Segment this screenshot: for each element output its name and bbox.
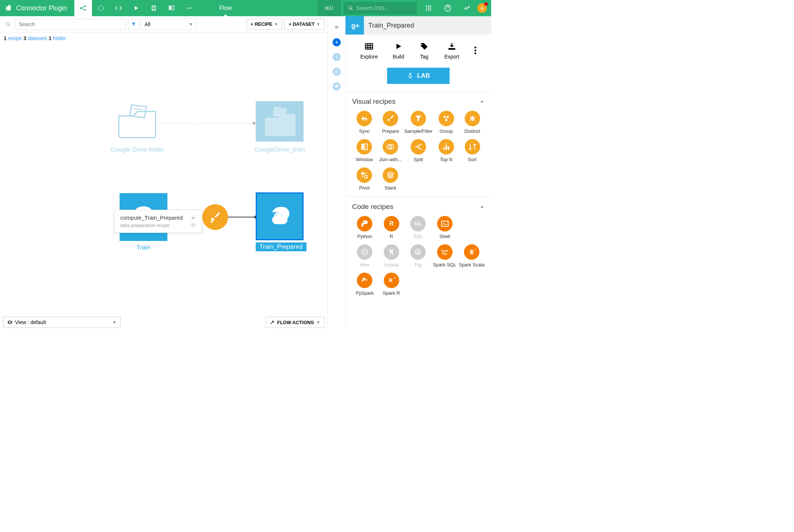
nav-dashboard-icon[interactable]	[163, 0, 180, 16]
recipe-spark-sql[interactable]: SparkSQLSpark SQL	[432, 244, 457, 267]
export-action[interactable]: Export	[444, 41, 459, 60]
recipe-sample-filter[interactable]: Sample/Filter	[404, 111, 433, 134]
project-title[interactable]: Connector Plugin	[16, 4, 74, 12]
lab-button[interactable]: LAB	[387, 68, 450, 84]
recipe-icon	[357, 139, 372, 155]
global-search-input[interactable]	[356, 5, 412, 11]
help-icon[interactable]	[439, 0, 457, 16]
eye-icon[interactable]	[190, 222, 196, 228]
recipe-icon: R+	[384, 273, 399, 288]
recipe-sort[interactable]: Sort	[460, 139, 485, 162]
code-recipes-header[interactable]: Code recipes	[352, 203, 485, 211]
recipe-label: Sample/Filter	[404, 128, 433, 134]
add-recipe-button[interactable]: + RECIPE ▼	[247, 19, 283, 30]
panel-tab-comment[interactable]	[333, 82, 341, 91]
filter-type-select[interactable]: All ▼	[141, 19, 196, 30]
workspace-badge[interactable]: IKU	[318, 0, 341, 16]
flow-node-dataset-gdrive[interactable]: GoogleDrive_train	[254, 101, 305, 153]
tag-action[interactable]: Tag	[419, 41, 429, 60]
panel-more-icon[interactable]	[474, 41, 476, 60]
recipe-pyspark[interactable]: PySpark	[352, 273, 377, 296]
recipe-spark-scala[interactable]: +Spark Scala	[459, 244, 485, 267]
global-search[interactable]	[344, 2, 417, 14]
flow-node-dataset-prepared[interactable]: g+ Train_Prepared	[256, 192, 306, 251]
recipe-window[interactable]: Window	[352, 139, 377, 162]
eye-icon	[7, 319, 13, 325]
svg-rect-37	[335, 72, 338, 72]
recipe-sync[interactable]: Sync	[352, 111, 377, 134]
recipe-prepare[interactable]: Prepare	[378, 111, 403, 134]
add-dataset-button[interactable]: + DATASET ▼	[284, 19, 325, 30]
tooltip-subtitle: data preparation recipe	[120, 223, 170, 228]
svg-rect-35	[336, 57, 337, 58]
nav-more-icon[interactable]	[180, 0, 198, 16]
recipe-top-n[interactable]: Top N	[434, 139, 458, 162]
build-action[interactable]: Build	[393, 41, 404, 60]
recipe-shell[interactable]: Shell	[432, 216, 457, 239]
section-label[interactable]: Flow	[198, 0, 253, 16]
flow-node-folder[interactable]: Google Drive folder	[110, 101, 164, 153]
flow-node-recipe[interactable]	[202, 204, 228, 230]
svg-rect-21	[430, 10, 431, 11]
top-nav: Connector Plugin Flow IKU A	[0, 0, 491, 16]
chevron-down-icon: ▼	[274, 22, 279, 27]
collapse-panel-icon[interactable]	[332, 23, 341, 32]
recipe-count-link[interactable]: recipe	[8, 35, 22, 41]
recipe-icon	[439, 139, 454, 155]
activity-icon[interactable]	[458, 0, 476, 16]
recipe-join-with-[interactable]: Join with...	[378, 139, 403, 162]
recipe-icon	[411, 111, 426, 126]
recipe-icon	[383, 167, 398, 183]
nav-print-icon[interactable]	[145, 0, 163, 16]
svg-rect-38	[335, 73, 338, 73]
filter-button[interactable]	[128, 19, 139, 30]
filter-type-label: All	[145, 21, 150, 27]
visual-recipes-section: Visual recipes SyncPrepareSample/FilterG…	[345, 91, 491, 196]
visual-recipes-header[interactable]: Visual recipes	[352, 97, 485, 106]
folder-count-link[interactable]: folder	[53, 35, 66, 41]
avatar[interactable]: A	[477, 3, 487, 13]
star-icon[interactable]	[190, 215, 196, 221]
recipe-spark-r[interactable]: R+Spark R	[379, 273, 404, 296]
recipe-label: Spark Scala	[459, 262, 485, 267]
panel-title: Train_Prepared	[364, 22, 414, 29]
recipe-distinct[interactable]: Distinct	[460, 111, 485, 134]
node-label: Google Drive folder	[110, 146, 164, 153]
bottom-bar: View : default ▼ FLOW ACTIONS ▼	[0, 315, 327, 330]
nav-play-icon[interactable]	[127, 0, 145, 16]
logo-icon[interactable]	[0, 0, 16, 16]
recipe-label: Group	[440, 128, 453, 134]
recipe-icon	[439, 111, 454, 126]
nav-code-icon[interactable]	[110, 0, 127, 16]
tooltip-title: compute_Train_Prepared	[120, 214, 183, 221]
panel-tab-info[interactable]	[333, 53, 341, 61]
recipe-label: Split	[414, 157, 423, 162]
recipe-label: Hive	[360, 262, 369, 267]
panel-tab-schema[interactable]	[333, 68, 341, 76]
explore-action[interactable]: Explore	[360, 41, 377, 60]
panel-tab-add[interactable]	[333, 38, 341, 46]
flow-canvas[interactable]: Google Drive folder GoogleDrive_train Tr…	[0, 44, 327, 330]
recipe-label: Top N	[440, 157, 453, 162]
flow-actions-label: FLOW ACTIONS	[277, 320, 314, 325]
chevron-down-icon: ▼	[316, 22, 320, 27]
recipe-pivot[interactable]: Pivot	[352, 167, 377, 191]
flow-actions-button[interactable]: FLOW ACTIONS ▼	[266, 317, 325, 328]
folder-count: 1	[49, 35, 52, 41]
recipe-stack[interactable]: Stack	[378, 167, 403, 191]
recipe-icon: SQL	[410, 216, 426, 231]
nav-circle-icon[interactable]	[92, 0, 110, 16]
svg-rect-19	[426, 10, 427, 11]
recipe-split[interactable]: Split	[404, 139, 433, 162]
view-selector[interactable]: View : default ▼	[3, 317, 121, 328]
datasets-count-link[interactable]: datasets	[28, 35, 47, 41]
apps-icon[interactable]	[420, 0, 437, 16]
flow-search-input[interactable]	[15, 19, 126, 30]
recipe-r[interactable]: RR	[379, 216, 404, 239]
recipe-label: Python	[357, 234, 372, 239]
recipe-group[interactable]: Group	[434, 111, 458, 134]
recipe-python[interactable]: Python	[352, 216, 377, 239]
recipe-label: R	[390, 234, 393, 239]
recipe-icon	[465, 111, 480, 126]
flow-nav-icon[interactable]	[74, 0, 92, 16]
